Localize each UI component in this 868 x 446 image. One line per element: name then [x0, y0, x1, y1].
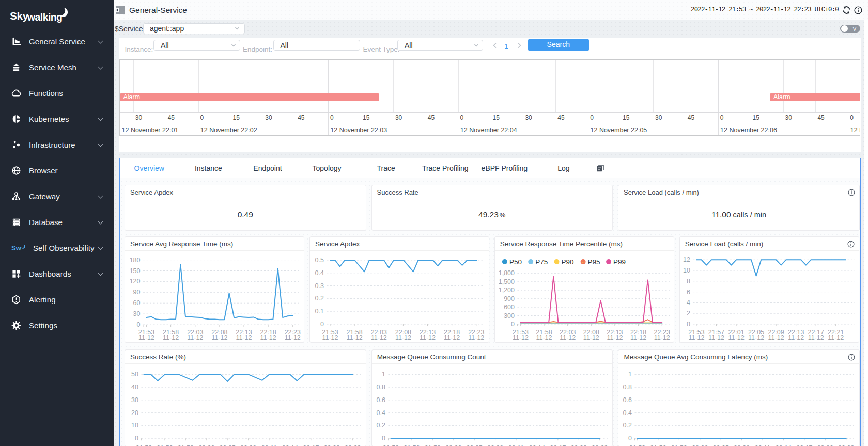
svg-text:21:56: 21:56 [404, 444, 420, 446]
svg-text:90: 90 [133, 289, 141, 296]
svg-text:30: 30 [131, 396, 138, 403]
svg-text:150: 150 [130, 267, 141, 275]
svg-text:11-12: 11-12 [163, 334, 179, 341]
svg-text:22:05: 22:05 [220, 444, 236, 446]
svg-text:11-12: 11-12 [346, 334, 362, 341]
svg-text:22:08: 22:08 [734, 444, 750, 446]
svg-text:8: 8 [687, 278, 690, 285]
svg-text:11-12: 11-12 [236, 334, 252, 341]
svg-text:1,500: 1,500 [499, 278, 515, 285]
svg-text:0.8: 0.8 [623, 384, 632, 391]
svg-text:11-12: 11-12 [708, 334, 724, 341]
svg-text:1,800: 1,800 [499, 269, 515, 277]
svg-text:0.1: 0.1 [315, 308, 324, 315]
svg-text:Sky: Sky [10, 10, 28, 22]
svg-text:0: 0 [135, 435, 138, 442]
svg-text:22:05: 22:05 [713, 444, 729, 446]
svg-text:11-12: 11-12 [420, 334, 436, 341]
svg-text:22:11: 22:11 [508, 444, 524, 446]
svg-text:P75: P75 [535, 258, 548, 266]
svg-text:21:53: 21:53 [383, 444, 399, 446]
svg-text:11-12: 11-12 [828, 334, 844, 341]
svg-text:50: 50 [131, 371, 138, 378]
svg-text:11-12: 11-12 [808, 334, 824, 341]
svg-text:10: 10 [131, 422, 138, 429]
svg-text:6: 6 [687, 289, 690, 296]
svg-text:22:23: 22:23 [345, 444, 361, 446]
svg-text:1,200: 1,200 [499, 286, 515, 294]
svg-text:22:05: 22:05 [466, 444, 482, 446]
svg-text:22:02: 22:02 [692, 444, 708, 446]
svg-text:20: 20 [131, 409, 138, 416]
svg-text:22:23: 22:23 [592, 444, 608, 446]
svg-text:0: 0 [382, 435, 385, 442]
svg-text:21:59: 21:59 [178, 444, 194, 446]
svg-text:22:20: 22:20 [817, 444, 833, 446]
svg-text:180: 180 [130, 257, 141, 264]
svg-text:11-12: 11-12 [560, 334, 576, 341]
svg-text:21:53: 21:53 [629, 444, 645, 446]
svg-text:60: 60 [133, 299, 141, 307]
svg-text:22:02: 22:02 [198, 444, 214, 446]
svg-text:600: 600 [504, 304, 515, 311]
svg-text:0.2: 0.2 [623, 422, 632, 429]
svg-text:P99: P99 [613, 258, 626, 266]
svg-text:0.5: 0.5 [315, 257, 324, 264]
svg-text:Sw: Sw [11, 244, 22, 252]
svg-text:11-12: 11-12 [688, 334, 704, 341]
svg-text:22:11: 22:11 [755, 444, 770, 446]
svg-text:P95: P95 [587, 258, 600, 266]
svg-text:11-12: 11-12 [395, 334, 411, 341]
svg-text:0.2: 0.2 [315, 295, 324, 302]
svg-text:22:14: 22:14 [529, 444, 545, 446]
svg-text:30: 30 [133, 310, 141, 317]
svg-text:11-12: 11-12 [187, 334, 203, 341]
svg-text:11-12: 11-12 [728, 334, 744, 341]
svg-text:0: 0 [628, 435, 632, 442]
svg-text:21:59: 21:59 [671, 444, 687, 446]
svg-text:300: 300 [504, 312, 515, 320]
svg-text:11-12: 11-12 [444, 334, 460, 341]
svg-text:0.6: 0.6 [623, 396, 632, 403]
svg-text:22:23: 22:23 [838, 444, 854, 446]
svg-text:11-12: 11-12 [583, 334, 599, 341]
svg-text:0.8: 0.8 [376, 384, 385, 391]
svg-text:4: 4 [687, 299, 690, 306]
svg-text:21:53: 21:53 [136, 444, 152, 446]
svg-text:0.2: 0.2 [376, 422, 385, 429]
svg-text:0: 0 [137, 321, 141, 328]
svg-text:120: 120 [130, 278, 141, 285]
svg-text:22:02: 22:02 [445, 444, 461, 446]
svg-text:22:14: 22:14 [776, 444, 792, 446]
svg-text:2: 2 [687, 310, 690, 317]
svg-text:11-12: 11-12 [371, 334, 387, 341]
svg-text:11-12: 11-12 [607, 334, 623, 341]
svg-text:22:08: 22:08 [240, 444, 256, 446]
svg-text:21:56: 21:56 [157, 444, 173, 446]
svg-text:21:59: 21:59 [424, 444, 440, 446]
svg-text:P50: P50 [509, 258, 522, 266]
svg-text:22:08: 22:08 [487, 444, 503, 446]
svg-text:11-12: 11-12 [322, 334, 338, 341]
svg-text:0.4: 0.4 [376, 409, 385, 416]
svg-text:0: 0 [320, 321, 324, 328]
svg-text:P90: P90 [561, 258, 574, 266]
svg-text:11-12: 11-12 [768, 334, 784, 341]
svg-text:11-12: 11-12 [211, 334, 227, 341]
svg-text:0.4: 0.4 [315, 269, 324, 277]
svg-text:22:17: 22:17 [797, 444, 813, 446]
svg-text:11-12: 11-12 [138, 334, 154, 341]
svg-text:22:20: 22:20 [570, 444, 586, 446]
svg-text:walking: walking [27, 11, 62, 23]
svg-text:22:11: 22:11 [261, 444, 277, 446]
svg-text:11-12: 11-12 [468, 334, 484, 341]
svg-text:11-12: 11-12 [748, 334, 764, 341]
svg-text:11-12: 11-12 [630, 334, 646, 341]
svg-text:10: 10 [683, 267, 690, 274]
svg-text:0: 0 [511, 321, 515, 328]
svg-text:21:56: 21:56 [650, 444, 667, 446]
svg-text:11-12: 11-12 [788, 334, 804, 341]
svg-text:22:14: 22:14 [282, 444, 298, 446]
svg-text:11-12: 11-12 [285, 334, 301, 341]
svg-text:0.4: 0.4 [623, 409, 632, 416]
